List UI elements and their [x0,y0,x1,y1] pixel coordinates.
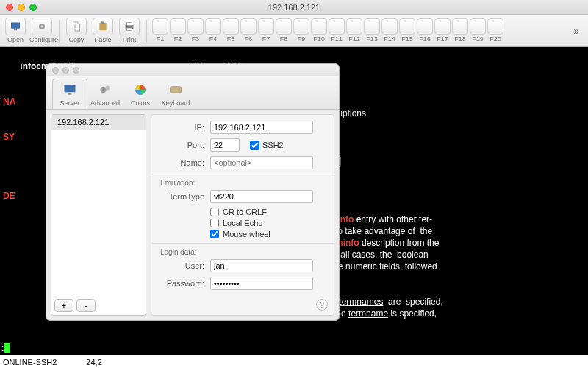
monitor-icon [62,82,78,97]
terminal-cursor [4,343,10,353]
svg-rect-6 [75,24,80,31]
crlf-label: CR to CRLF [223,208,267,216]
tab-advanced[interactable]: Advanced [87,79,123,109]
host-list[interactable]: 192.168.2.121 + - [51,114,146,316]
configure-label: Configure [29,36,58,43]
svg-point-15 [105,86,110,91]
zoom-icon[interactable] [29,4,37,11]
svg-rect-7 [99,23,106,31]
fkey-f20[interactable]: F20 [487,18,504,43]
open-button[interactable]: Open [3,18,28,43]
toolbar-separator [59,20,60,42]
ip-label: IP: [159,123,204,132]
copy-icon [71,21,82,32]
fkey-f4[interactable]: F4 [204,18,222,43]
tab-server-label: Server [60,99,80,107]
gear-icon [36,21,48,32]
fkey-f14[interactable]: F14 [381,18,398,43]
crlf-checkbox[interactable] [210,208,219,216]
paste-label: Paste [94,36,111,43]
fkey-f12[interactable]: F12 [345,18,363,43]
section-synopsis: SY [3,132,15,142]
color-wheel-icon [132,82,148,97]
fkey-f6[interactable]: F6 [240,18,257,43]
localecho-checkbox[interactable] [210,219,219,227]
open-label: Open [7,36,24,43]
section-description: DE [3,191,15,201]
dialog-minimize-icon[interactable] [62,67,69,74]
user-label: User: [159,261,204,270]
port-label: Port: [159,141,204,149]
mousewheel-checkbox[interactable] [210,230,219,238]
server-form: IP: Port: SSH2 Name: Emulation: TermType [151,114,334,316]
password-input[interactable] [210,277,313,290]
login-section-label: Login data: [160,248,326,256]
monitor-icon [10,21,21,32]
gears-icon [97,82,113,97]
svg-rect-8 [101,21,104,24]
toolbar-separator-2 [146,20,147,42]
remove-host-button[interactable]: - [76,299,96,312]
main-toolbar: Open Configure Copy Paste Print F1F2F3F4… [0,15,588,47]
svg-rect-2 [14,29,17,30]
fkey-f13[interactable]: F13 [363,18,381,43]
minimize-icon[interactable] [18,4,25,11]
name-label: Name: [159,158,204,167]
ssh2-checkbox[interactable] [250,141,259,150]
tab-colors-label: Colors [131,99,150,107]
tab-colors[interactable]: Colors [123,79,158,109]
status-pos: 24,2 [86,358,101,367]
svg-rect-1 [11,23,20,24]
fkey-f16[interactable]: F16 [416,18,434,43]
tab-server[interactable]: Server [52,79,87,109]
port-input[interactable] [210,138,240,152]
fkey-f5[interactable]: F5 [222,18,240,43]
tab-keyboard-label: Keyboard [162,99,190,107]
user-input[interactable] [210,259,313,272]
svg-rect-10 [127,23,132,26]
mousewheel-label: Mouse wheel [223,230,270,238]
copy-button[interactable]: Copy [64,18,89,43]
host-list-item[interactable]: 192.168.2.121 [51,115,146,130]
fkey-f7[interactable]: F7 [257,18,275,43]
fkey-f1[interactable]: F1 [151,18,169,43]
copy-label: Copy [68,36,84,43]
paste-icon [97,21,109,32]
fkey-f18[interactable]: F18 [451,18,469,43]
paste-button[interactable]: Paste [90,18,115,43]
fkey-f15[interactable]: F15 [398,18,416,43]
fkey-f11[interactable]: F11 [328,18,345,43]
help-button[interactable]: ? [316,299,328,311]
print-button[interactable]: Print [117,18,142,43]
fkey-f8[interactable]: F8 [275,18,293,43]
svg-rect-17 [171,87,182,93]
name-input[interactable] [210,156,313,169]
status-mode: ONLINE-SSH2 [3,358,57,367]
svg-rect-11 [127,28,132,30]
ip-input[interactable] [210,121,313,134]
tab-keyboard[interactable]: Keyboard [158,79,193,109]
termtype-input[interactable] [210,190,313,203]
emulation-section-label: Emulation: [160,179,326,187]
fkey-f10[interactable]: F10 [310,18,328,43]
fkey-f3[interactable]: F3 [187,18,204,43]
window-title: 192.168.2.121 [0,3,588,12]
ssh2-label: SSH2 [262,141,284,149]
fkey-f19[interactable]: F19 [469,18,487,43]
section-name: NA [3,96,15,107]
fkey-f9[interactable]: F9 [293,18,310,43]
svg-point-14 [100,87,106,93]
termtype-label: TermType [159,192,204,201]
tab-advanced-label: Advanced [90,99,120,107]
svg-rect-12 [65,85,76,92]
add-host-button[interactable]: + [54,299,74,312]
close-icon[interactable] [6,4,13,11]
svg-rect-13 [68,93,72,95]
fkey-f2[interactable]: F2 [169,18,187,43]
settings-dialog: Server Advanced Colors Keyboard 192.168.… [46,63,340,321]
toolbar-overflow-icon[interactable]: » [567,25,585,37]
dialog-zoom-icon[interactable] [73,67,79,74]
configure-button[interactable]: Configure [29,18,54,43]
dialog-close-icon[interactable] [52,67,59,74]
fkey-f17[interactable]: F17 [434,18,451,43]
